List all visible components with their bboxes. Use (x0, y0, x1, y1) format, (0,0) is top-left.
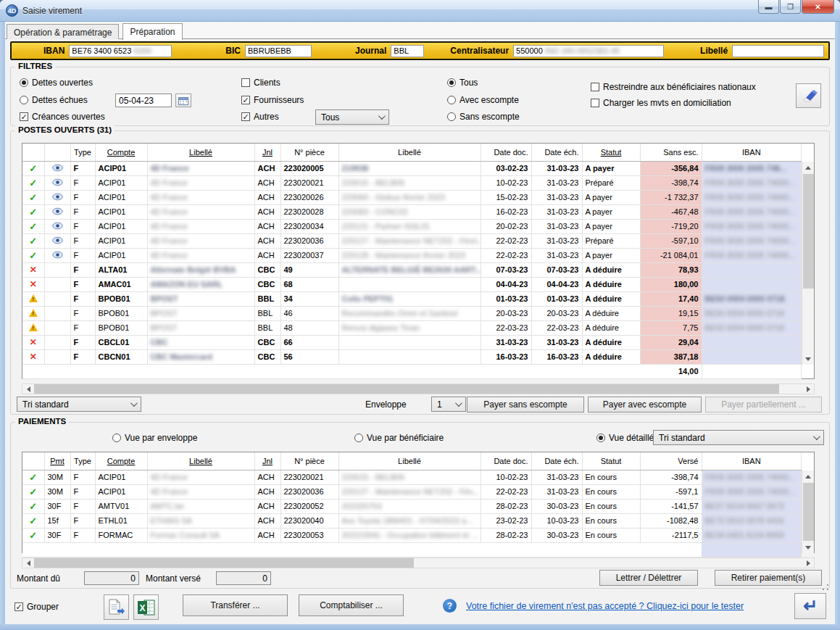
column-header-lib[interactable]: Libellé (147, 144, 254, 161)
column-header-iban[interactable]: IBAN (702, 144, 802, 161)
table-row[interactable]: !FBPOB01BPOSTBBL46Recommandés Orem et Sa… (22, 306, 802, 320)
export-file-button[interactable] (104, 594, 129, 620)
column-header-lib2[interactable]: Libellé (338, 144, 481, 161)
table-row[interactable]: ✓30FFAMTV01AMTC.beACH2230200522023207532… (22, 499, 802, 513)
eye-icon[interactable] (52, 207, 63, 215)
column-header-sans[interactable]: Sans esc. (640, 144, 702, 161)
paiements-horizontal-scrollbar[interactable] (22, 558, 815, 568)
check-charger-domiciliation[interactable]: Charger les mvts en domiciliation (591, 98, 731, 108)
table-row[interactable]: ✕FALTA01Alternate België BVBACBC49ALTERN… (22, 262, 802, 277)
column-header-compte[interactable]: Compte (95, 452, 147, 470)
radio-avec-escompte[interactable]: Avec escompte (447, 95, 519, 105)
table-row[interactable]: ✓30MFACIP014D FranceACH223020021220015 -… (22, 470, 802, 484)
table-row[interactable]: !FBPOB01BPOSTBBL34Colis PEPT0101-03-2301… (22, 291, 802, 306)
column-header-lib[interactable]: Libellé (147, 452, 254, 470)
tab-operation-parametrage[interactable]: Opération & paramétrage (7, 24, 119, 39)
comptabiliser-button[interactable]: Comptabiliser ... (299, 594, 404, 616)
column-header-statut[interactable]: Statut (582, 144, 640, 161)
paiements-tri-combo[interactable]: Tri standard (653, 430, 824, 445)
column-header-dd[interactable]: Date doc. (481, 452, 531, 470)
column-header-jnl[interactable]: Jnl (254, 144, 280, 161)
help-icon[interactable]: ? (443, 599, 457, 613)
column-header-compte[interactable]: Compte (95, 144, 147, 161)
table-row[interactable]: ✓FACIP014D FranceACH223020021220015 - BE… (22, 175, 802, 190)
postes-tri-combo[interactable]: Tri standard (17, 397, 141, 412)
minimize-button[interactable]: ▬ (758, 0, 779, 14)
table-row[interactable]: ✓FACIP014D FranceACH223020034220121 - Pa… (22, 219, 802, 233)
scroll-up-icon[interactable] (802, 471, 814, 482)
payer-sans-escompte-button[interactable]: Payer sans escompte (467, 397, 584, 413)
calendar-button[interactable] (175, 94, 191, 107)
eye-icon[interactable] (52, 236, 63, 244)
radio-escompte-tous[interactable]: Tous (447, 78, 478, 88)
table-row[interactable]: ✓30FFFORMACFormac Consult SAACH223020053… (22, 528, 802, 542)
table-row[interactable]: ✓FACIP014D FranceACH223020037220128 - Ma… (22, 248, 802, 262)
column-header-de[interactable]: Date éch. (531, 452, 582, 470)
paiements-vscroll-thumb[interactable] (803, 483, 814, 541)
journal-field[interactable]: BBL (391, 45, 424, 57)
column-header-type[interactable]: Type (70, 452, 95, 470)
radio-vue-detaillee[interactable]: Vue détaillée (596, 433, 659, 443)
date-echeance-input[interactable]: 05-04-23 (115, 94, 172, 107)
radio-sans-escompte[interactable]: Sans escompte (447, 112, 520, 122)
scroll-up-icon[interactable] (802, 162, 814, 173)
paiements-vertical-scrollbar[interactable] (802, 471, 814, 553)
centralisateur-field[interactable]: 550000 ING 340-0652382-45 (513, 45, 664, 57)
validate-button[interactable]: ↵ (794, 593, 826, 619)
column-header-verse[interactable]: Versé (640, 452, 702, 470)
table-row[interactable]: ✓FACIP014D FranceACH223020026220060 - Gl… (22, 190, 802, 204)
column-header-iban[interactable]: IBAN (702, 452, 802, 470)
scroll-right-icon[interactable] (802, 384, 814, 394)
table-row[interactable]: ✓FACIP014D FranceACH223020036220127 - Ma… (22, 233, 802, 248)
payer-avec-escompte-button[interactable]: Payer avec escompte (588, 397, 702, 413)
column-header-de[interactable]: Date éch. (531, 144, 582, 161)
lettrer-delettrer-button[interactable]: Lettrer / Délettrer (599, 570, 698, 586)
table-row[interactable]: ✕FCBCN01CBC MastercardCBC5616-03-2316-03… (22, 349, 802, 364)
check-autres[interactable]: Autres (241, 112, 279, 122)
paiements-hscroll-thumb[interactable] (34, 558, 414, 568)
column-header-piece[interactable]: N° pièce (280, 452, 338, 470)
table-row[interactable]: ✓30MFACIP014D FranceACH223020036220127 -… (22, 484, 802, 499)
column-header-piece[interactable]: N° pièce (280, 144, 338, 161)
export-excel-button[interactable]: X (133, 594, 159, 620)
radio-dettes-ouvertes[interactable]: Dettes ouvertes (20, 78, 93, 88)
scroll-down-icon[interactable] (802, 542, 814, 553)
scroll-right-icon[interactable] (802, 558, 814, 568)
scroll-left-icon[interactable] (22, 384, 34, 394)
table-row[interactable]: ✓FACIP014D FranceACH223020028220083 - CO… (22, 204, 802, 219)
column-header-dd[interactable]: Date doc. (481, 144, 531, 161)
payer-partiellement-button[interactable]: Payer partiellement ... (705, 397, 822, 413)
table-row[interactable]: ✓15fFETHL01ETHIAS SAACH223020040Ass Toyo… (22, 513, 802, 528)
eye-icon[interactable] (52, 178, 63, 186)
check-grouper[interactable]: Grouper (14, 602, 59, 612)
column-header-statut[interactable]: Statut (582, 452, 640, 470)
tiers-combo[interactable]: Tous (315, 109, 389, 125)
column-header-jnl[interactable]: Jnl (254, 452, 280, 470)
table-row[interactable]: ✓FACIP014D FranceACH22302000521993803-02… (22, 161, 802, 175)
iban-field[interactable]: BE76 3400 6523 6399 (69, 45, 172, 57)
restore-button[interactable]: ❐ (780, 0, 801, 14)
close-button[interactable]: ✕ (802, 0, 834, 14)
transferer-button[interactable]: Transférer ... (183, 594, 288, 616)
enveloppe-combo[interactable]: 1 (431, 397, 466, 412)
libelle-band-field[interactable] (732, 45, 824, 57)
check-restreindre-nationaux[interactable]: Restreindre aux bénéficiaires nationaux (591, 82, 756, 92)
tab-preparation[interactable]: Préparation (122, 23, 182, 40)
eye-icon[interactable] (52, 164, 63, 172)
postes-vertical-scrollbar[interactable] (802, 162, 814, 365)
resize-grip[interactable] (822, 584, 829, 591)
radio-dettes-echues[interactable]: Dettes échues (20, 95, 88, 105)
eye-icon[interactable] (52, 193, 63, 201)
check-clients[interactable]: Clients (241, 78, 280, 88)
column-header-pmt[interactable]: Pmt (44, 452, 70, 470)
table-row[interactable]: ✕FCBCL01CBCCBC6631-03-2331-03-23A déduir… (22, 335, 802, 349)
scroll-down-icon[interactable] (802, 353, 814, 365)
postes-horizontal-scrollbar[interactable] (22, 384, 815, 394)
bic-field[interactable]: BBRUBEBB (245, 45, 312, 57)
postes-hscroll-thumb[interactable] (34, 384, 779, 394)
radio-vue-beneficiaire[interactable]: Vue par bénéficiaire (354, 433, 444, 443)
scroll-left-icon[interactable] (22, 558, 34, 568)
check-creances-ouvertes[interactable]: Créances ouvertes (20, 112, 105, 122)
clear-filters-button[interactable] (796, 83, 821, 108)
retirer-paiements-button[interactable]: Retirer paiement(s) (715, 570, 822, 586)
